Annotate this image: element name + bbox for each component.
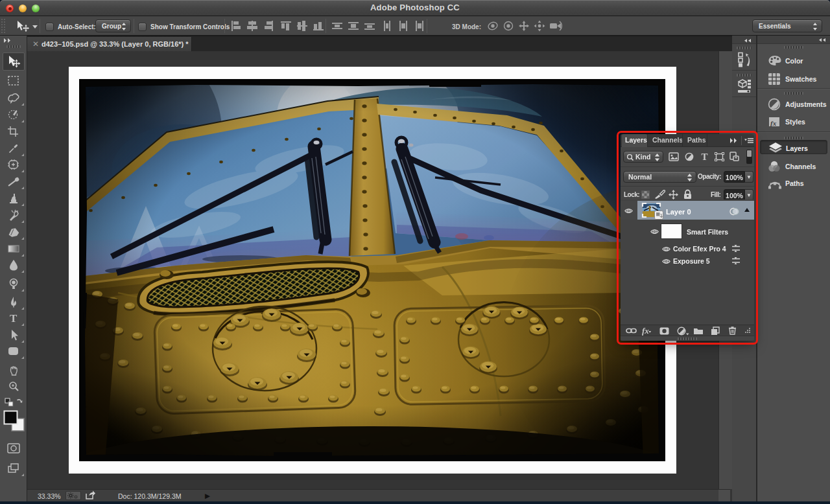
svg-text:fx: fx [770, 119, 777, 127]
svg-text:T: T [10, 312, 18, 324]
